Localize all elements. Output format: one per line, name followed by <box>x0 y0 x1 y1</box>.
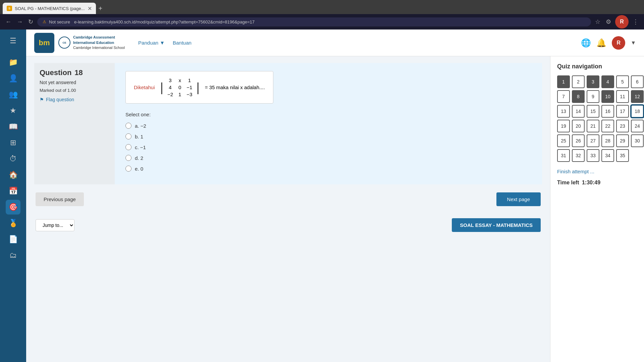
quiz-nav-button-9[interactable]: 9 <box>587 90 599 103</box>
sidebar-menu-icon[interactable]: ☰ <box>6 34 20 48</box>
menu-button[interactable]: ⋮ <box>631 17 640 27</box>
forward-button[interactable]: → <box>15 17 24 27</box>
question-content: Diketahui | 3 x <box>115 63 542 184</box>
diketahui-label: Diketahui <box>134 84 155 90</box>
quiz-nav-button-5[interactable]: 5 <box>616 75 629 88</box>
quiz-nav-panel: Quiz navigation 123456789101112131415161… <box>550 56 644 362</box>
bell-icon[interactable]: 🔔 <box>596 38 606 48</box>
quiz-nav-button-13[interactable]: 13 <box>557 105 570 118</box>
sidebar-group-icon[interactable]: 👥 <box>6 87 20 102</box>
security-icon: ⚠ <box>43 19 46 24</box>
question-info-panel: Question 18 Not yet answered Marked out … <box>34 63 115 184</box>
option-c[interactable]: c. −1 <box>125 144 531 150</box>
active-tab[interactable]: S SOAL PG - MATHEMATICS (page... ✕ <box>3 3 96 14</box>
sidebar-folder2-icon[interactable]: 🗂 <box>6 248 20 263</box>
quiz-nav-button-17[interactable]: 17 <box>616 105 629 118</box>
quiz-nav-button-19[interactable]: 19 <box>557 120 570 132</box>
refresh-button[interactable]: ↻ <box>27 17 35 27</box>
quiz-nav-button-29[interactable]: 29 <box>616 134 629 147</box>
quiz-layout: Question 18 Not yet answered Marked out … <box>34 63 542 184</box>
option-a-radio[interactable] <box>125 123 131 129</box>
option-a[interactable]: a. −2 <box>125 123 531 129</box>
option-b-radio[interactable] <box>125 133 131 139</box>
quiz-nav-button-21[interactable]: 21 <box>587 120 599 132</box>
option-e[interactable]: e. 0 <box>125 166 531 172</box>
quiz-nav-button-1[interactable]: 1 <box>557 75 570 88</box>
flag-question-button[interactable]: ⚑ Flag question <box>40 97 109 102</box>
user-dropdown-icon[interactable]: ▼ <box>631 40 636 46</box>
panduan-link[interactable]: Panduan ▼ <box>138 40 165 46</box>
option-d[interactable]: d. 2 <box>125 155 531 161</box>
sidebar-book-icon[interactable]: 📖 <box>6 119 20 134</box>
quiz-nav-button-16[interactable]: 16 <box>601 105 614 118</box>
sidebar-user-icon[interactable]: 👤 <box>6 71 20 86</box>
bookmark-button[interactable]: ☆ <box>594 17 602 27</box>
quiz-nav-button-10[interactable]: 10 <box>601 90 614 103</box>
quiz-nav-button-35[interactable]: 35 <box>616 149 629 162</box>
jump-to-select[interactable]: Jump to... <box>36 219 74 231</box>
sidebar-folder-icon[interactable]: 📁 <box>6 55 20 70</box>
tab-title: SOAL PG - MATHEMATICS (page... <box>15 6 85 11</box>
tab-close-button[interactable]: ✕ <box>88 5 92 12</box>
matrix-cell: 4 <box>165 84 176 91</box>
option-b[interactable]: b. 1 <box>125 133 531 139</box>
matrix-cell: 3 <box>165 77 176 84</box>
bantuan-link[interactable]: Bantuan <box>173 40 192 46</box>
quiz-nav-button-30[interactable]: 30 <box>631 134 644 147</box>
quiz-nav-button-34[interactable]: 34 <box>601 149 614 162</box>
matrix-cell: x <box>176 77 184 84</box>
quiz-nav-button-20[interactable]: 20 <box>572 120 585 132</box>
option-d-radio[interactable] <box>125 155 131 161</box>
chrome-profile-avatar[interactable]: R <box>615 15 629 28</box>
question-status: Not yet answered <box>40 80 109 85</box>
address-bar[interactable]: ⚠ Not secure e-learning.baktimulya400.sc… <box>37 17 591 26</box>
back-button[interactable]: ← <box>4 17 13 27</box>
quiz-nav-button-18[interactable]: 18 <box>631 105 644 118</box>
sidebar-dashboard-icon[interactable]: ⊞ <box>6 135 20 150</box>
quiz-nav-button-31[interactable]: 31 <box>557 149 570 162</box>
quiz-nav-button-33[interactable]: 33 <box>587 149 599 162</box>
quiz-nav-button-7[interactable]: 7 <box>557 90 570 103</box>
previous-page-button[interactable]: Previous page <box>36 192 84 206</box>
quiz-nav-button-14[interactable]: 14 <box>572 105 585 118</box>
quiz-nav-button-24[interactable]: 24 <box>631 120 644 132</box>
sidebar-doc-icon[interactable]: 📄 <box>6 232 20 247</box>
time-left-display: Time left 1:30:49 <box>557 180 637 186</box>
sidebar-certificate-icon[interactable]: 🏅 <box>6 216 20 231</box>
user-avatar[interactable]: R <box>612 36 625 50</box>
quiz-nav-button-11[interactable]: 11 <box>616 90 629 103</box>
essay-button[interactable]: SOAL ESSAY - MATHEMATICS <box>452 218 541 232</box>
sidebar-calendar-icon[interactable]: 📅 <box>6 184 20 198</box>
quiz-nav-button-32[interactable]: 32 <box>572 149 585 162</box>
quiz-nav-button-27[interactable]: 27 <box>587 134 599 147</box>
quiz-nav-button-25[interactable]: 25 <box>557 134 570 147</box>
option-c-radio[interactable] <box>125 144 131 150</box>
sidebar-star-icon[interactable]: ★ <box>6 103 20 118</box>
sidebar-active-icon[interactable]: 🎯 <box>6 200 20 215</box>
quiz-nav-button-12[interactable]: 12 <box>631 90 644 103</box>
matrix-display: | 3 x 1 4 <box>160 77 200 98</box>
quiz-nav-title: Quiz navigation <box>557 63 637 70</box>
quiz-nav-button-4[interactable]: 4 <box>601 75 614 88</box>
quiz-nav-button-26[interactable]: 26 <box>572 134 585 147</box>
matrix-description: = 35 maka nilai x adalah.... <box>205 84 265 90</box>
quiz-nav-button-28[interactable]: 28 <box>601 134 614 147</box>
time-left-value: 1:30:49 <box>582 180 600 185</box>
quiz-nav-button-23[interactable]: 23 <box>616 120 629 132</box>
quiz-nav-button-2[interactable]: 2 <box>572 75 585 88</box>
option-e-radio[interactable] <box>125 166 131 172</box>
not-secure-label: Not secure <box>49 19 70 24</box>
new-tab-button[interactable]: + <box>96 5 105 12</box>
quiz-nav-button-22[interactable]: 22 <box>601 120 614 132</box>
sidebar-clock-icon[interactable]: ⏱ <box>6 152 20 166</box>
quiz-nav-button-3[interactable]: 3 <box>587 75 599 88</box>
quiz-nav-button-6[interactable]: 6 <box>631 75 644 88</box>
extensions-button[interactable]: ⚙ <box>604 17 612 27</box>
next-page-button[interactable]: Next page <box>496 192 541 206</box>
quiz-nav-button-15[interactable]: 15 <box>587 105 599 118</box>
quiz-nav-button-8[interactable]: 8 <box>572 90 585 103</box>
finish-attempt-link[interactable]: Finish attempt ... <box>557 169 637 174</box>
matrix-cell: −3 <box>184 91 195 98</box>
sidebar-home-icon[interactable]: 🏠 <box>6 168 20 182</box>
globe-icon[interactable]: 🌐 <box>581 38 591 48</box>
